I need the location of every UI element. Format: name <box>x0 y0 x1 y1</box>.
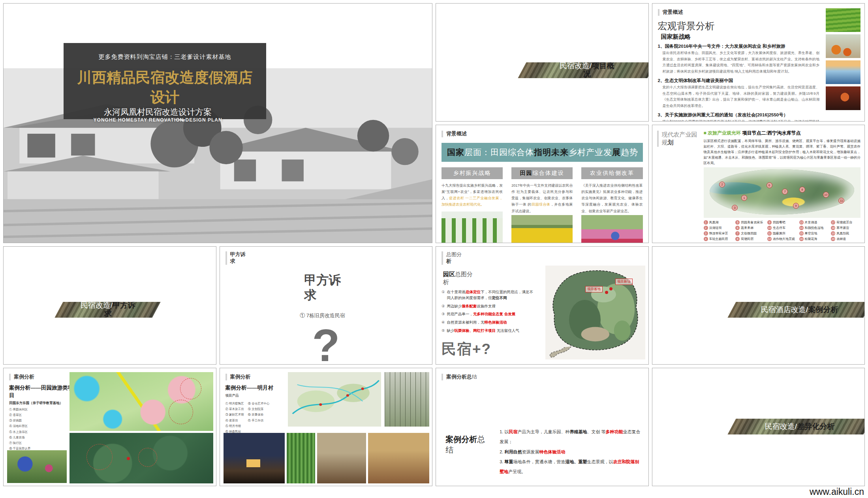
banner-section: 案例分析 <box>808 305 838 314</box>
section-banner: 民宿酒店改造/案例分析 <box>727 302 865 318</box>
point-text: 自然资源未被利用，无特色体验活动 <box>447 320 507 326</box>
policy-item-3: 3、关于实施旅游休闲重大工程的通知（发改社会[2016]2550号） 提出到20… <box>658 112 859 122</box>
legend-num: 19 <box>831 231 835 236</box>
legend-num: 9 <box>767 220 772 225</box>
slide-masterplan-analysis[interactable]: 总图分析 园区总图分析 ①在十里荷画总体定位下，不同位置的民宿点，满足不同人群的… <box>436 246 649 365</box>
tab-rest: 综合体建设 <box>533 170 564 176</box>
list-item: ③ 篆刻艺术馆 <box>225 412 244 417</box>
legend-num: 3 <box>704 231 708 236</box>
analysis-point: ①在十里荷画总体定位下，不同位置的民宿点，满足不同人群的休闲度假需求，但定位不同 <box>442 289 536 301</box>
column-tab: 农业供给侧改革 <box>581 167 643 179</box>
banner-seg: 指明未来 <box>534 148 569 157</box>
legend-num: 16 <box>799 237 804 241</box>
slide-header: 甲方诉求 <box>225 251 248 265</box>
legend-label: 蔬果果林 <box>741 226 753 230</box>
section-banner: 民宿改造/项目概况 <box>518 62 649 78</box>
tea-field-poles-photo <box>385 372 429 426</box>
slide-client-demands[interactable]: 甲方诉求 甲方诉求 ① 7栋旧房改造民宿 ? <box>220 246 433 365</box>
tea-field-photo <box>826 8 860 32</box>
map-legend: 1凤凰湖 2沿湖堤坝 3珠连翠荷岸景 4车轮主题民宿 5田园美食农家乐 6蔬果果… <box>704 220 861 241</box>
map-label-site: 项目基地 <box>585 286 603 292</box>
node-title: 项目节点二:西宁沟水库节点 <box>742 130 800 136</box>
legend-item: 12农作物大地景观 <box>767 237 797 241</box>
map-marker: 9 <box>793 203 799 209</box>
legend-item: 18草坪露营 <box>831 226 860 230</box>
slide-case-summary[interactable]: 案例分析总结 案例分析总结 1. 以民宿产品为主导，儿童乐园、种养殖基地、文创 … <box>436 368 649 486</box>
list-item: ⑧ 谷仓艺术中心 <box>248 401 270 406</box>
legend-item: 6蔬果果林 <box>735 226 765 230</box>
loop-tag: ■ 农旅产业观光环 <box>704 130 741 136</box>
legend-label: 和颜悦色湿地 <box>805 226 824 230</box>
analysis-point: ③民宿产品单一，无多种功能业态复 合发展 <box>442 311 536 317</box>
node-content: ■ 农旅产业观光环 项目节点二:西宁沟水库节点 以景区模式进行设施配置，布局停车… <box>704 130 861 240</box>
legend-label: 荷塘观景台 <box>836 220 852 225</box>
legend-label: 珠连翠荷岸景 <box>709 231 728 236</box>
point-num: ① <box>442 289 445 301</box>
legend-num: 4 <box>704 237 708 241</box>
case-photo-strip <box>224 433 430 483</box>
slide-national-trend[interactable]: 背景概述 国家层面：田园综合体指明未来乡村产业发展趋势 乡村振兴战略 十九大报告… <box>436 125 649 243</box>
section-banner-label: 民宿酒店改造/案例分析 <box>761 306 838 314</box>
header-regular: 总图分 <box>446 251 462 257</box>
legend-num: 17 <box>831 220 835 225</box>
slide-divider-project-overview[interactable]: 民宿改造/项目概况 <box>436 3 649 122</box>
body-highlight: 田园综合体 <box>532 202 550 206</box>
map-red-dot <box>609 287 612 290</box>
section-banner: 民宿改造/甲方诉求 <box>54 302 161 318</box>
banner-seg: 展 <box>612 148 621 157</box>
legend-item: 10生态停车 <box>767 226 797 230</box>
slide-title-cover[interactable]: 更多免费资料到淘宝店铺：三老爹设计素材基地 川西精品民宿改造度假酒店设计 永河凤… <box>3 3 432 243</box>
list-item: ⑩ 农事体验 <box>248 412 270 417</box>
slide-divider-differentiation[interactable]: 民宿改造/差异化分析 <box>652 368 865 486</box>
analysis-point: ⑤缺少玩耍体验、网红打卡项目 无法留住人气 <box>442 328 536 334</box>
slide-case-mingyue-village[interactable]: 案例分析 案例分析——明月村 项目产品 ① 明月窑陶艺 ② 草木染工坊 ③ 篆刻… <box>220 368 433 486</box>
legend-num: 18 <box>831 226 835 230</box>
column-pastoral-complex: 田园综合体建设 2017年中央一号文件支持建设以农民合 作 社为主要载体、让农民… <box>511 167 573 243</box>
tab-bold: 田园 <box>520 170 533 176</box>
list-item: ⑪ 手工作坊 <box>248 418 270 423</box>
dusk-house-photo <box>224 433 285 483</box>
legend-label: 农作物大地景观 <box>773 237 795 241</box>
list-item: ④ 老茶坊 <box>225 418 244 423</box>
summary-point-2: 2. 利用自然资源发展特色体验活动 <box>500 447 642 457</box>
subtitle-cn: 永河凤凰村民宿改造设计方案 <box>64 107 252 118</box>
plan-highlight-circle <box>180 378 201 399</box>
point-num: ⑤ <box>442 328 445 334</box>
legend-item: 19凤凰别苑 <box>831 231 860 236</box>
legend-num: 12 <box>767 237 772 241</box>
column-tab: 乡村振兴战略 <box>442 167 503 179</box>
policy-columns: 乡村振兴战略 十九大报告提出实施乡村振兴战略，发展“互联网+农业”，多渠道增加农… <box>442 167 643 243</box>
legend-label: 粉黛花海 <box>805 237 817 241</box>
legend-num: 14 <box>799 226 804 230</box>
summary-point-3: 3. 尊重场地条件，贯通水塘，营造湿地、重塑生态景观，以农庄和院落别墅地产呈现。 <box>500 457 642 477</box>
point-text: 缺少玩耍体验、网红打卡项目 无法留住人气 <box>447 328 519 334</box>
legend-item: 20农林道 <box>831 237 860 241</box>
slide-case-pastoral-tourism[interactable]: 案例分析 案例分析——田园旅游类项目 田园东方乐园（亲子研学教育基地） ① 果园… <box>3 368 216 486</box>
legend-item: 7文创微田园 <box>735 231 765 236</box>
legend-item: 13木里偶遇 <box>799 220 829 225</box>
night-village-photo <box>826 86 860 110</box>
analysis-point: ④自然资源未被利用，无特色体验活动 <box>442 320 536 326</box>
slide-header: 总图分析 <box>442 251 465 265</box>
slide-macro-background[interactable]: 背景概述 宏观背景分析 国家新战略 1、国务院2016年中央一号文件：大力发展休… <box>652 3 865 122</box>
map-marker: 11 <box>838 198 844 204</box>
legend-num: 6 <box>735 226 740 230</box>
point-text: 民宿产品单一，无多种功能业态复 合发展 <box>447 311 516 317</box>
node-heading: ■ 农旅产业观光环 项目节点二:西宁沟水库节点 <box>704 130 861 137</box>
greenhouse-pumpkin-photo <box>826 34 860 58</box>
slide-sorter-page: 更多免费资料到淘宝店铺：三老爹设计素材基地 川西精品民宿改造度假酒店设计 永河凤… <box>0 0 868 498</box>
legend-label: 车轮主题民宿 <box>709 237 728 241</box>
header-regular: 现代农产业园规 <box>662 131 697 146</box>
village-route-map <box>288 372 381 426</box>
point-text: 周边缺少服务配套设施作支撑 <box>447 303 496 309</box>
main-title: 川西精品民宿改造度假酒店设计 <box>71 68 259 107</box>
case-title: 案例分析——田园旅游类项目 <box>9 384 76 399</box>
slide-divider-client-demands[interactable]: 民宿改造/甲方诉求 <box>3 246 216 365</box>
slide-divider-case-study[interactable]: 民宿酒店改造/案例分析 <box>652 246 865 365</box>
policy-body: 党的十八大报告强调要把生态文明建设放在突出地位，提出生产空间集约高效、生活空间宜… <box>663 84 819 109</box>
banner-seg: 国家 <box>447 148 464 157</box>
slide-header: 背景概述 <box>442 131 467 137</box>
legend-item: 4车轮主题民宿 <box>704 237 733 241</box>
slide-agri-park-plan[interactable]: 现代农产业园规划 ■ 农旅产业观光环 项目节点二:西宁沟水库节点 以景区模式进行… <box>652 125 865 243</box>
legend-num: 15 <box>799 231 804 236</box>
